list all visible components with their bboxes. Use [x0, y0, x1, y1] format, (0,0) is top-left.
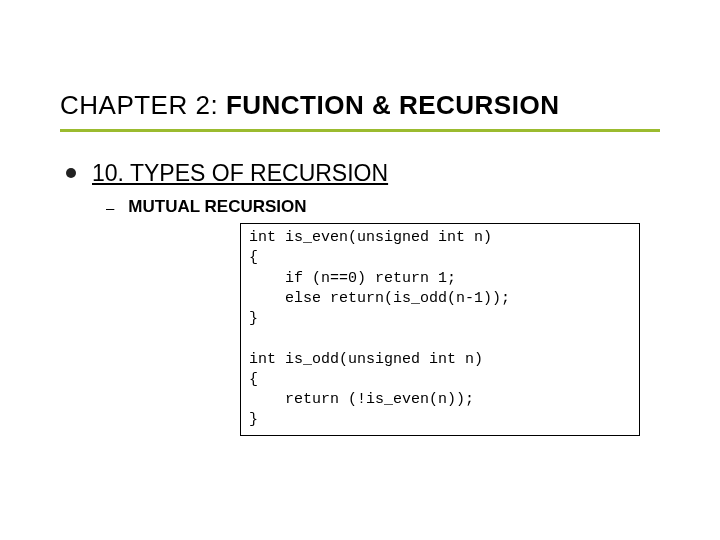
- subheading-text: MUTUAL RECURSION: [128, 197, 306, 217]
- code-block: int is_even(unsigned int n) { if (n==0) …: [240, 223, 640, 436]
- title-prefix: CHAPTER 2:: [60, 90, 226, 120]
- title-bold: FUNCTION & RECURSION: [226, 90, 560, 120]
- heading-text: 10. TYPES OF RECURSION: [92, 160, 388, 187]
- slide: CHAPTER 2: FUNCTION & RECURSION 10. TYPE…: [0, 0, 720, 476]
- bullet-level1: 10. TYPES OF RECURSION: [66, 160, 660, 187]
- bullet-icon: [66, 168, 76, 178]
- slide-title: CHAPTER 2: FUNCTION & RECURSION: [60, 90, 660, 121]
- bullet-level2: – MUTUAL RECURSION: [106, 197, 660, 217]
- title-underline: [60, 129, 660, 132]
- dash-icon: –: [106, 199, 114, 216]
